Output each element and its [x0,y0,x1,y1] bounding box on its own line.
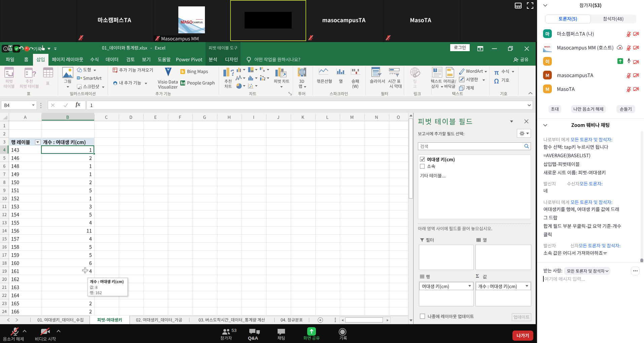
svg-text:b: b [182,69,184,74]
svg-text:?: ? [230,68,234,78]
svg-text:i: i [5,47,6,50]
svg-text:T: T [434,68,436,72]
svg-text:CAMPUS: CAMPUS [192,21,203,24]
svg-text:MASO: MASO [181,20,192,25]
svg-text:?: ? [32,70,36,78]
svg-text:MASO: MASO [544,46,550,48]
